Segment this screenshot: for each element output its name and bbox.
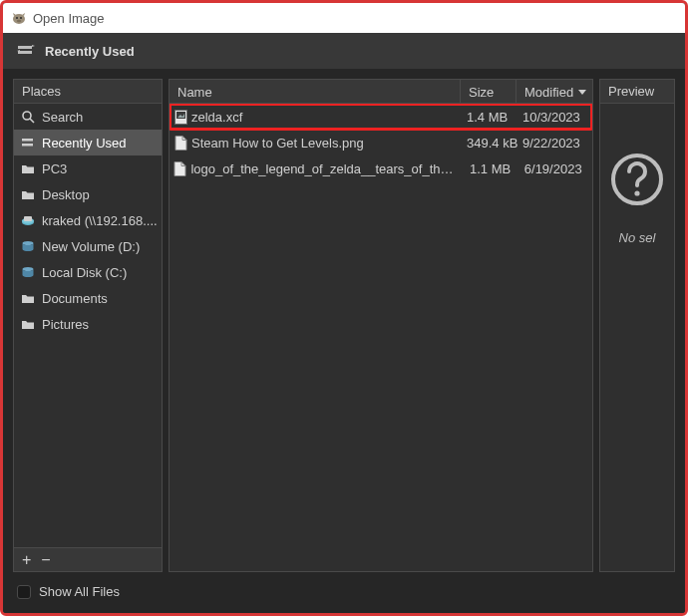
preview-panel: Preview No sel [599,79,675,572]
recent-icon [17,44,35,58]
svg-rect-11 [22,144,33,147]
places-list: SearchRecently UsedPC3Desktopkraked (\\1… [14,104,162,547]
file-modified: 6/19/2023 [518,161,592,176]
folder-icon [20,160,36,176]
places-item-label: Local Disk (C:) [42,265,127,280]
places-footer: + − [14,547,162,571]
recent-icon [20,135,36,151]
location-label: Recently Used [45,44,135,59]
places-item[interactable]: Local Disk (C:) [14,259,162,285]
svg-rect-10 [22,139,33,142]
places-item-label: Search [42,110,83,125]
preview-header-label: Preview [608,84,654,99]
svg-point-2 [20,17,22,19]
places-item-label: Desktop [42,187,90,202]
file-icon [170,161,190,176]
preview-header: Preview [600,80,674,104]
places-item[interactable]: Recently Used [14,130,162,155]
files-list: zelda.xcf1.4 MB10/3/2023Steam How to Get… [170,104,592,571]
titlebar[interactable]: Open Image [3,3,685,33]
svg-point-16 [23,267,34,271]
open-image-dialog: Open Image Recently Used Places SearchRe… [0,0,688,616]
folder-icon [20,290,36,306]
show-all-files-label: Show All Files [39,584,120,599]
column-size[interactable]: Size [461,80,516,104]
file-row[interactable]: zelda.xcf1.4 MB10/3/2023 [170,104,592,130]
svg-point-22 [634,190,639,195]
svg-rect-4 [18,46,32,49]
places-item-label: Documents [42,291,108,306]
file-size: 1.1 MB [464,161,518,176]
svg-marker-7 [32,45,35,47]
svg-point-1 [16,17,18,19]
svg-line-9 [30,119,34,123]
svg-point-8 [23,112,31,120]
places-item-label: Pictures [42,317,89,332]
network-icon [20,212,36,228]
places-item-label: PC3 [42,161,67,176]
svg-rect-14 [24,216,32,221]
no-selection-label: No sel [619,230,656,245]
chevron-down-icon [577,85,587,100]
search-icon [20,109,36,125]
svg-point-15 [23,241,34,245]
places-item[interactable]: Documents [14,285,162,311]
files-header: Name Size Modified [170,80,592,104]
bottom-row: Show All Files [3,572,685,613]
folder-icon [20,186,36,202]
svg-marker-17 [578,90,586,95]
places-panel: Places SearchRecently UsedPC3Desktopkrak… [13,79,163,572]
add-place-button[interactable]: + [22,551,31,569]
column-modified[interactable]: Modified [516,80,592,104]
places-item[interactable]: kraked (\\192.168.... [14,207,162,233]
places-item[interactable]: Search [14,104,162,130]
preview-body: No sel [600,104,674,571]
body-area: Places SearchRecently UsedPC3Desktopkrak… [3,69,685,572]
file-row[interactable]: Steam How to Get Levels.png349.4 kB9/22/… [170,130,592,155]
places-item-label: Recently Used [42,136,127,151]
file-icon [170,110,191,125]
places-header[interactable]: Places [14,80,162,104]
show-all-files-checkbox[interactable] [17,585,31,599]
file-row[interactable]: logo_of_the_legend_of_zelda__tears_of_th… [170,155,592,181]
file-size: 1.4 MB [461,110,516,125]
svg-rect-5 [18,51,32,54]
file-icon [170,136,191,151]
question-icon [609,152,665,210]
remove-place-button[interactable]: − [41,551,50,569]
file-modified: 10/3/2023 [516,110,592,125]
drive-icon [20,264,36,280]
file-name: zelda.xcf [191,110,461,125]
places-item[interactable]: New Volume (D:) [14,233,162,259]
drive-icon [20,238,36,254]
places-item-label: New Volume (D:) [42,239,140,254]
file-modified: 9/22/2023 [516,136,592,151]
places-header-label: Places [22,84,61,99]
places-item[interactable]: Pictures [14,311,162,337]
column-name[interactable]: Name [170,80,461,104]
file-size: 349.4 kB [461,136,516,151]
file-name: Steam How to Get Levels.png [191,136,461,151]
app-icon [11,10,27,26]
svg-point-3 [17,20,21,22]
places-item[interactable]: PC3 [14,155,162,181]
file-name: logo_of_the_legend_of_zelda__tears_of_th… [190,161,464,176]
location-row: Recently Used [3,33,685,69]
places-item-label: kraked (\\192.168.... [42,213,158,228]
splitter-handle[interactable] [170,331,172,353]
places-item[interactable]: Desktop [14,181,162,207]
folder-icon [20,316,36,332]
window-title: Open Image [33,11,105,26]
files-panel: Name Size Modified zelda.xcf1.4 MB10/3/2… [169,79,593,572]
